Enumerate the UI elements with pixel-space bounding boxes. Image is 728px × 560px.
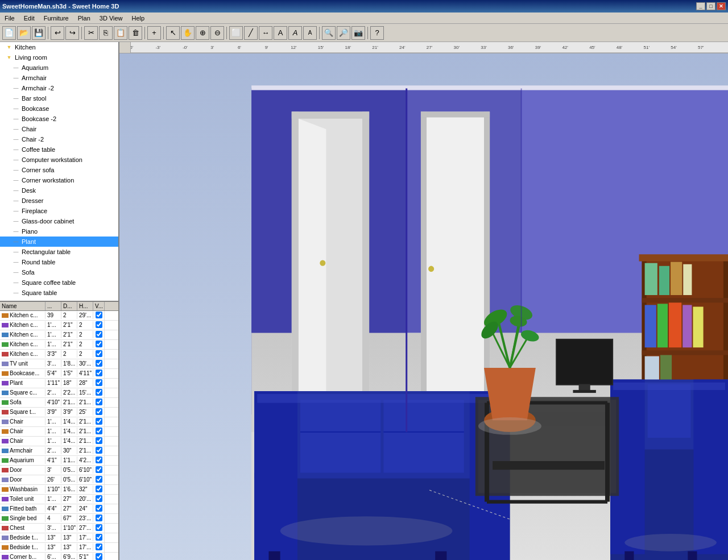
- table-row[interactable]: Sofa 4'10" 2'1... 2'1...: [0, 398, 118, 408]
- visibility-check[interactable]: [96, 350, 102, 357]
- menu-furniture[interactable]: Furniture: [39, 14, 73, 23]
- table-row[interactable]: Aquarium 4'1" 1'1... 4'2...: [0, 456, 118, 466]
- table-row[interactable]: Kitchen c... 1'... 2'1" 2: [0, 340, 118, 350]
- visibility-check[interactable]: [96, 476, 102, 483]
- table-row[interactable]: Single bed 4 67" 23'...: [0, 514, 118, 524]
- table-row[interactable]: Chair 1'... 1'4... 2'1...: [0, 417, 118, 427]
- visibility-check[interactable]: [96, 515, 102, 521]
- tree-item-round-table[interactable]: — Round table: [0, 257, 118, 267]
- tree-item-bookcase[interactable]: — Bookcase: [0, 103, 118, 114]
- visibility-check[interactable]: [96, 408, 102, 415]
- tree-item-desk[interactable]: — Desk: [0, 185, 118, 196]
- redo-button[interactable]: ↪: [65, 26, 79, 40]
- table-row[interactable]: Kitchen c... 1'... 2'1" 2: [0, 321, 118, 330]
- table-row[interactable]: Kitchen c... 39 2 29'...: [0, 311, 118, 321]
- table-row[interactable]: Kitchen c... 3'3" 2 2: [0, 350, 118, 359]
- table-row[interactable]: Bedside t... 13" 13" 17'...: [0, 533, 118, 543]
- zoom-in-plan-tool[interactable]: ⊕: [196, 26, 209, 40]
- tree-item-fireplace[interactable]: — Fireplace: [0, 206, 118, 216]
- undo-button[interactable]: ↩: [51, 26, 64, 40]
- visibility-check[interactable]: [96, 524, 102, 531]
- visibility-check[interactable]: [96, 534, 102, 541]
- tree-item-square-coffee-table[interactable]: — Square coffee table: [0, 277, 118, 288]
- menu-3dview[interactable]: 3D View: [95, 14, 127, 23]
- visibility-check[interactable]: [96, 379, 102, 386]
- zoom-in-button[interactable]: 🔍: [322, 26, 336, 40]
- tree-item-bar-stool[interactable]: — Bar stool: [0, 93, 118, 103]
- table-row[interactable]: Square c... 2'... 2'2... 15'...: [0, 388, 118, 398]
- table-row[interactable]: Armchair 2'... 30" 2'1...: [0, 446, 118, 456]
- pan-tool[interactable]: ✋: [181, 26, 195, 40]
- tree-item-glass-door-cabinet[interactable]: — Glass-door cabinet: [0, 216, 118, 226]
- tree-item-aquarium[interactable]: — Aquarium: [0, 63, 118, 73]
- visibility-check[interactable]: [96, 312, 102, 318]
- tree-item-chair[interactable]: — Chair: [0, 124, 118, 134]
- add-furniture-button[interactable]: +: [147, 26, 161, 40]
- menu-plan[interactable]: Plan: [73, 14, 95, 23]
- add-label-tool-1[interactable]: A: [274, 26, 287, 40]
- add-polyline-tool[interactable]: ╱: [244, 26, 258, 40]
- tree-item-kitchen[interactable]: ▼ Kitchen: [0, 42, 118, 52]
- help-button[interactable]: ?: [370, 26, 384, 40]
- save-button[interactable]: 💾: [32, 26, 46, 40]
- tree-item-square-table[interactable]: — Square table: [0, 288, 118, 298]
- visibility-check[interactable]: [96, 341, 102, 347]
- visibility-check[interactable]: [96, 447, 102, 454]
- cut-button[interactable]: ✂: [84, 26, 98, 40]
- 3d-scene[interactable]: [119, 53, 728, 560]
- table-row[interactable]: Chair 1'... 1'4... 2'1...: [0, 427, 118, 437]
- visibility-check[interactable]: [96, 428, 102, 434]
- table-row[interactable]: Fitted bath 4'4" 27" 24": [0, 504, 118, 514]
- tree-item-rectangular-table[interactable]: — Rectangular table: [0, 247, 118, 257]
- tree-item-corner-workstation[interactable]: — Corner workstation: [0, 175, 118, 185]
- minimize-button[interactable]: _: [696, 2, 705, 10]
- table-row[interactable]: Washbasin 1'10" 1'6... 32": [0, 485, 118, 495]
- visibility-check[interactable]: [96, 553, 102, 560]
- add-label-tool-2[interactable]: A: [288, 26, 302, 40]
- table-row[interactable]: Bookcase... 5'4" 1'5" 4'11": [0, 369, 118, 379]
- table-row[interactable]: Corner b... 6'... 6'9... 5'1": [0, 553, 118, 561]
- visibility-check[interactable]: [96, 331, 102, 338]
- table-row[interactable]: Square t... 3'9" 3'9" 25': [0, 408, 118, 417]
- add-room-tool[interactable]: ⬜: [229, 26, 243, 40]
- table-row[interactable]: Kitchen c... 1'... 2'1" 2: [0, 330, 118, 340]
- menu-edit[interactable]: Edit: [19, 14, 39, 23]
- tree-view[interactable]: ▼ Kitchen ▼ Living room — Aquarium — Arm…: [0, 42, 118, 302]
- visibility-check[interactable]: [96, 495, 102, 502]
- tree-item-coffee-table[interactable]: — Coffee table: [0, 144, 118, 155]
- table-row[interactable]: Door 3' 0'5... 6'10": [0, 466, 118, 475]
- table-row[interactable]: TV unit 3'... 1'8... 30'...: [0, 359, 118, 369]
- tree-item-armchair-2[interactable]: — Armchair -2: [0, 83, 118, 93]
- tree-item-armchair[interactable]: — Armchair: [0, 73, 118, 83]
- visibility-check[interactable]: [96, 437, 102, 444]
- zoom-out-button[interactable]: 🔎: [337, 26, 350, 40]
- menu-help[interactable]: Help: [127, 14, 150, 23]
- menu-file[interactable]: File: [0, 14, 19, 23]
- tree-item-plant[interactable]: — Plant: [0, 237, 118, 247]
- tree-item-sofa[interactable]: — Sofa: [0, 267, 118, 277]
- visibility-check[interactable]: [96, 321, 102, 328]
- table-row[interactable]: Bedside t... 13" 13" 17'...: [0, 543, 118, 553]
- maximize-button[interactable]: □: [706, 2, 715, 10]
- paste-button[interactable]: 📋: [114, 26, 127, 40]
- visibility-check[interactable]: [96, 486, 102, 492]
- tree-item-dresser[interactable]: — Dresser: [0, 196, 118, 206]
- open-button[interactable]: 📂: [17, 26, 31, 40]
- add-dimension-tool[interactable]: ↔: [259, 26, 272, 40]
- tree-item-chair-2[interactable]: — Chair -2: [0, 134, 118, 144]
- table-row[interactable]: Chair 1'... 1'4... 2'1...: [0, 437, 118, 446]
- close-button[interactable]: ✕: [717, 2, 726, 10]
- tree-item-living-room[interactable]: ▼ Living room: [0, 52, 118, 63]
- visibility-check[interactable]: [96, 360, 102, 367]
- select-tool[interactable]: ↖: [166, 26, 180, 40]
- tree-item-bookcase-2[interactable]: — Bookcase -2: [0, 114, 118, 124]
- visibility-check[interactable]: [96, 457, 102, 463]
- table-row[interactable]: Plant 1'11" 18" 28": [0, 379, 118, 388]
- table-row[interactable]: Toilet unit 1'... 27" 20'...: [0, 495, 118, 504]
- visibility-check[interactable]: [96, 399, 102, 405]
- tree-item-computer-workstation[interactable]: — Computer workstation: [0, 155, 118, 165]
- add-label-tool-3[interactable]: A: [303, 26, 317, 40]
- visibility-check[interactable]: [96, 505, 102, 512]
- visibility-check[interactable]: [96, 389, 102, 396]
- visibility-check[interactable]: [96, 418, 102, 425]
